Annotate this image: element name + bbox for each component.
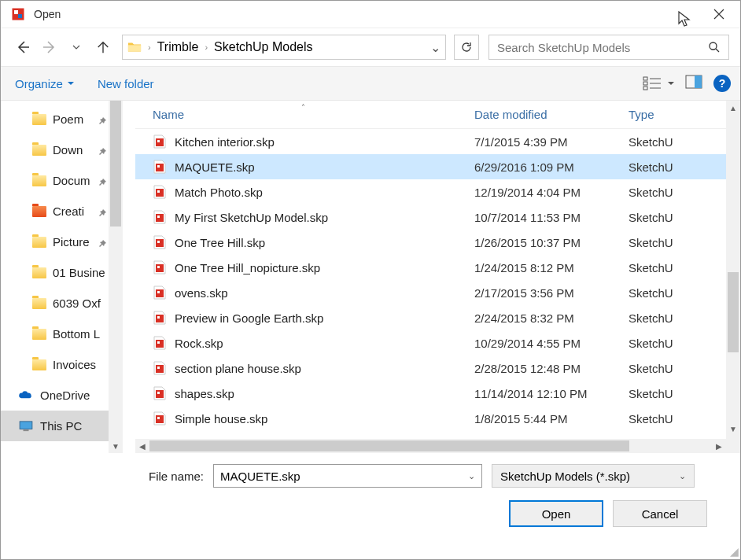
file-row[interactable]: One Tree Hill.skp1/26/2015 10:37 PMSketc… bbox=[135, 230, 726, 255]
search-box[interactable] bbox=[488, 35, 729, 60]
scroll-down-icon[interactable]: ▼ bbox=[109, 439, 123, 453]
folder-icon bbox=[32, 145, 46, 156]
sidebar-scrollbar[interactable]: ▲ ▼ bbox=[109, 101, 123, 453]
file-row[interactable]: Kitchen interior.skp7/1/2015 4:39 PMSket… bbox=[135, 129, 726, 154]
file-row[interactable]: Rock.skp10/29/2014 4:55 PMSketchU bbox=[135, 330, 726, 356]
file-date: 7/1/2015 4:39 PM bbox=[466, 135, 621, 149]
breadcrumb[interactable]: › Trimble › SketchUp Models ⌄ bbox=[122, 35, 446, 60]
forward-button[interactable] bbox=[39, 36, 61, 58]
file-row[interactable]: Preview in Google Earth.skp2/24/2015 8:3… bbox=[135, 305, 726, 330]
arrow-left-icon bbox=[15, 39, 31, 55]
scroll-up-icon[interactable]: ▲ bbox=[726, 101, 740, 115]
up-button[interactable] bbox=[92, 36, 114, 58]
file-date: 1/26/2015 10:37 PM bbox=[466, 236, 621, 249]
file-date: 2/28/2015 12:48 PM bbox=[466, 362, 621, 375]
sidebar-item[interactable]: 01 Busine bbox=[1, 257, 109, 288]
file-row[interactable]: My First SketchUp Model.skp10/7/2014 11:… bbox=[135, 204, 726, 230]
app-icon bbox=[10, 6, 26, 22]
chevron-down-icon bbox=[72, 43, 80, 51]
column-type[interactable]: Type bbox=[621, 108, 726, 121]
resize-handle[interactable]: ◢ bbox=[730, 545, 739, 558]
sidebar-this-pc[interactable]: This PC bbox=[1, 411, 109, 441]
open-button[interactable]: Open bbox=[509, 500, 603, 527]
breadcrumb-segment[interactable]: Trimble bbox=[157, 40, 199, 54]
view-button[interactable] bbox=[643, 76, 674, 90]
new-folder-button[interactable]: New folder bbox=[93, 74, 159, 94]
navbar: › Trimble › SketchUp Models ⌄ bbox=[1, 28, 740, 66]
svg-rect-5 bbox=[695, 76, 702, 88]
sidebar-item[interactable]: 6039 Oxf bbox=[1, 288, 109, 319]
titlebar: Open bbox=[1, 1, 740, 28]
back-button[interactable] bbox=[12, 36, 34, 58]
close-button[interactable] bbox=[701, 2, 737, 26]
sidebar-item[interactable]: Creati bbox=[1, 196, 109, 227]
arrow-up-icon bbox=[96, 40, 110, 54]
toolbar: Organize New folder ? bbox=[1, 66, 740, 101]
file-row[interactable]: One Tree Hill_nopicture.skp1/24/2015 8:1… bbox=[135, 255, 726, 280]
pin-icon bbox=[98, 146, 107, 155]
file-name: Simple house.skp bbox=[175, 412, 466, 426]
folder-icon bbox=[32, 329, 46, 340]
refresh-button[interactable] bbox=[454, 35, 479, 60]
pin-icon bbox=[98, 207, 107, 216]
sidebar-item[interactable]: Picture bbox=[1, 227, 109, 257]
file-type: SketchU bbox=[621, 412, 726, 426]
cursor-icon bbox=[677, 10, 691, 28]
file-row[interactable]: Match Photo.skp12/19/2014 4:04 PMSketchU bbox=[135, 179, 726, 204]
sidebar: PoemDownDocumCreatiPicture01 Busine6039 … bbox=[1, 101, 123, 453]
column-name[interactable]: ˄ Name bbox=[135, 108, 466, 121]
breadcrumb-segment[interactable]: SketchUp Models bbox=[214, 40, 312, 54]
sidebar-onedrive[interactable]: OneDrive bbox=[1, 380, 109, 411]
file-type: SketchU bbox=[621, 261, 726, 274]
file-row[interactable]: Simple house.skp1/8/2015 5:44 PMSketchU bbox=[135, 406, 726, 431]
help-button[interactable]: ? bbox=[713, 75, 731, 92]
file-type: SketchU bbox=[621, 160, 726, 174]
filelist-scroll-thumb[interactable] bbox=[728, 272, 739, 352]
file-row[interactable]: ovens.skp2/17/2015 3:56 PMSketchU bbox=[135, 280, 726, 305]
chevron-down-icon[interactable]: ⌄ bbox=[430, 40, 441, 55]
file-row[interactable]: section plane house.skp2/28/2015 12:48 P… bbox=[135, 356, 726, 381]
window-title: Open bbox=[34, 8, 701, 20]
file-date: 6/29/2016 1:09 PM bbox=[466, 160, 621, 174]
search-input[interactable] bbox=[497, 41, 708, 54]
folder-icon bbox=[32, 267, 46, 278]
sidebar-item[interactable]: Bottom L bbox=[1, 319, 109, 349]
sidebar-item-label: Creati bbox=[53, 204, 84, 218]
chevron-down-icon bbox=[668, 80, 674, 87]
filetype-select[interactable]: SketchUp Models (*.skp) ⌄ bbox=[492, 464, 695, 488]
scroll-right-icon[interactable]: ▶ bbox=[712, 439, 726, 453]
file-date: 12/19/2014 4:04 PM bbox=[466, 186, 621, 199]
folder-icon bbox=[32, 206, 46, 217]
sidebar-item[interactable]: Invoices bbox=[1, 349, 109, 380]
file-name: One Tree Hill.skp bbox=[175, 236, 466, 249]
column-date[interactable]: Date modified bbox=[466, 108, 621, 121]
sidebar-scroll-thumb[interactable] bbox=[110, 101, 121, 227]
view-icon bbox=[643, 76, 662, 90]
search-icon[interactable] bbox=[708, 41, 721, 53]
sidebar-item-label: Poem bbox=[53, 112, 83, 126]
svg-rect-7 bbox=[24, 429, 29, 431]
sidebar-item[interactable]: Poem bbox=[1, 104, 109, 134]
file-date: 10/29/2014 4:55 PM bbox=[466, 337, 621, 350]
svg-rect-3 bbox=[643, 87, 647, 90]
file-date: 1/24/2015 8:12 PM bbox=[466, 261, 621, 274]
scroll-down-icon[interactable]: ▼ bbox=[726, 422, 740, 436]
file-row[interactable]: MAQUETE.skp6/29/2016 1:09 PMSketchU bbox=[135, 154, 726, 179]
scroll-left-icon[interactable]: ◀ bbox=[135, 439, 149, 453]
horizontal-scrollbar[interactable]: ◀ ▶ bbox=[135, 439, 726, 453]
sidebar-item[interactable]: Down bbox=[1, 134, 109, 165]
filelist-scrollbar[interactable]: ▲ ▼ bbox=[726, 101, 740, 453]
file-date: 2/17/2015 3:56 PM bbox=[466, 286, 621, 300]
file-row[interactable]: shapes.skp11/14/2014 12:10 PMSketchU bbox=[135, 381, 726, 406]
filename-input[interactable]: MAQUETE.skp ⌄ bbox=[213, 464, 482, 488]
preview-pane-button[interactable] bbox=[685, 75, 702, 92]
recent-dropdown[interactable] bbox=[65, 36, 87, 58]
sidebar-item[interactable]: Docum bbox=[1, 165, 109, 196]
hscroll-thumb[interactable] bbox=[149, 440, 629, 451]
file-type: SketchU bbox=[621, 387, 726, 400]
cancel-button[interactable]: Cancel bbox=[613, 500, 707, 527]
organize-button[interactable]: Organize bbox=[10, 74, 79, 94]
chevron-down-icon[interactable]: ⌄ bbox=[679, 471, 686, 481]
chevron-down-icon[interactable]: ⌄ bbox=[468, 471, 475, 481]
skp-file-icon bbox=[153, 286, 167, 300]
